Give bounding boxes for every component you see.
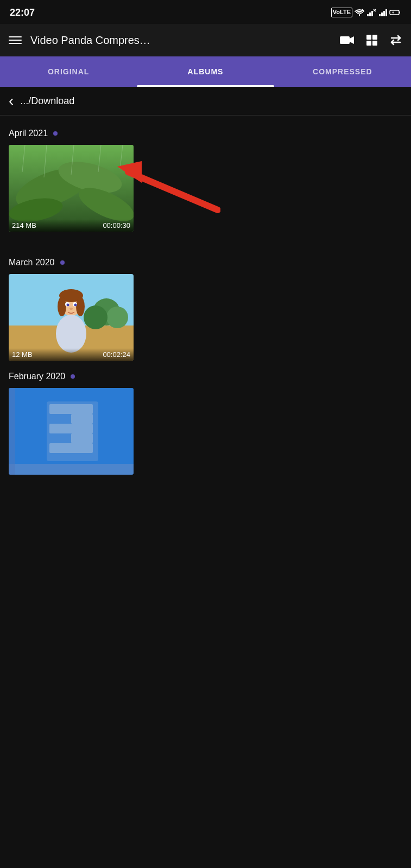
volte-icon: VoLTE: [331, 8, 352, 17]
svg-rect-7: [381, 12, 383, 16]
menu-icon: [9, 43, 22, 44]
section-march2020: March 2020: [9, 258, 402, 361]
wifi-icon: [355, 9, 364, 16]
video-camera-icon[interactable]: [339, 35, 355, 46]
thumb-rain-bg: [9, 145, 134, 232]
blue-thumb-svg: [9, 388, 134, 475]
video-thumbnail-march2020[interactable]: 12 MB 00:02:24: [9, 274, 134, 361]
svg-rect-53: [49, 424, 93, 433]
thumb-animated-bg: [9, 274, 134, 361]
video-size-april2021: 214 MB: [12, 221, 36, 229]
app-bar: Video Panda Compres…: [0, 24, 411, 56]
video-meta-april2021: 214 MB 00:00:30: [9, 219, 134, 232]
section-april2021: April 2021: [9, 129, 402, 253]
signal-x-icon: [366, 9, 376, 16]
tab-albums[interactable]: ALBUMS: [137, 56, 274, 87]
menu-icon: [9, 36, 22, 37]
tab-original[interactable]: ORIGINAL: [0, 56, 137, 87]
svg-point-48: [69, 308, 73, 310]
section-dot-april2021: [53, 131, 58, 136]
svg-rect-2: [369, 12, 371, 16]
status-bar: 22:07 VoLTE +: [0, 0, 411, 24]
grid-icon[interactable]: [365, 34, 378, 47]
video-duration-april2021: 00:00:30: [103, 221, 130, 229]
svg-rect-17: [366, 41, 371, 46]
content-area: April 2021: [0, 116, 411, 494]
svg-rect-8: [383, 11, 385, 16]
signal-icon: [378, 9, 387, 16]
section-header-february2020: February 2020: [9, 372, 402, 381]
section-header-april2021: April 2021: [9, 129, 402, 138]
svg-rect-3: [371, 11, 373, 16]
video-meta-march2020: 12 MB 00:02:24: [9, 348, 134, 361]
svg-text:+: +: [392, 11, 394, 15]
section-title-february2020: February 2020: [9, 372, 65, 381]
svg-rect-51: [49, 404, 93, 414]
svg-rect-54: [71, 433, 93, 443]
section-title-march2020: March 2020: [9, 258, 55, 267]
battery-plus-icon: +: [389, 9, 401, 16]
svg-point-46: [67, 304, 69, 307]
svg-point-47: [74, 304, 77, 307]
svg-rect-15: [366, 35, 371, 40]
svg-point-37: [106, 307, 128, 328]
sort-icon[interactable]: [389, 34, 402, 47]
section-dot-february2020: [71, 374, 75, 379]
svg-rect-13: [340, 36, 350, 44]
svg-rect-1: [367, 14, 369, 16]
svg-rect-57: [9, 388, 15, 475]
svg-rect-16: [372, 35, 377, 40]
svg-rect-56: [9, 464, 134, 475]
section-dot-march2020: [60, 260, 65, 265]
section-header-march2020: March 2020: [9, 258, 402, 267]
svg-rect-52: [71, 414, 93, 424]
svg-point-38: [84, 305, 108, 329]
section-february2020: February 2020: [9, 372, 402, 475]
nav-path: .../Download: [20, 95, 74, 107]
svg-point-42: [76, 297, 85, 316]
back-button[interactable]: ‹: [9, 93, 14, 108]
svg-line-32: [128, 172, 218, 210]
svg-rect-9: [385, 9, 387, 16]
video-size-march2020: 12 MB: [12, 350, 33, 359]
video-duration-march2020: 00:02:24: [103, 350, 130, 359]
thumb-blue-bg: [9, 388, 134, 475]
rain-leaves-svg: [9, 145, 134, 232]
app-title: Video Panda Compres…: [30, 34, 331, 47]
app-bar-actions: [339, 34, 402, 47]
svg-rect-55: [49, 443, 93, 453]
svg-rect-18: [372, 41, 377, 46]
svg-rect-11: [399, 11, 400, 13]
svg-point-43: [56, 315, 86, 353]
status-time: 22:07: [10, 7, 35, 18]
animated-svg: [9, 274, 134, 361]
svg-rect-6: [379, 14, 381, 16]
svg-rect-10: [390, 10, 399, 15]
menu-button[interactable]: [9, 36, 22, 44]
navigation-row: ‹ .../Download: [0, 87, 411, 116]
tab-bar: ORIGINAL ALBUMS COMPRESSED: [0, 56, 411, 87]
tab-compressed[interactable]: COMPRESSED: [274, 56, 411, 87]
svg-marker-14: [350, 36, 354, 44]
svg-point-41: [58, 297, 66, 316]
status-icons: VoLTE +: [331, 8, 401, 17]
menu-icon: [9, 40, 22, 41]
section-title-april2021: April 2021: [9, 129, 48, 138]
video-thumbnail-february2020[interactable]: [9, 388, 134, 475]
video-thumbnail-april2021[interactable]: 214 MB 00:00:30: [9, 145, 134, 232]
